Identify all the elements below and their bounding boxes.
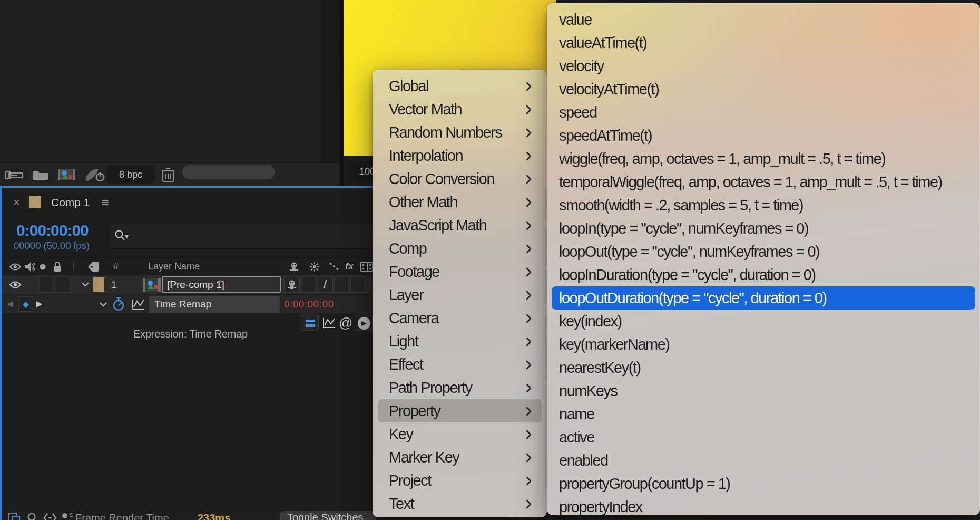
menu-item[interactable]: Marker Key (378, 446, 542, 469)
menu-item[interactable]: Color Conversion (378, 167, 542, 190)
expression-label[interactable]: Expression: Time Remap (133, 328, 248, 340)
menu-item[interactable]: Random Numbers (378, 121, 542, 144)
label-tag-icon[interactable] (87, 261, 101, 273)
interpret-footage-icon[interactable] (5, 167, 23, 182)
layer-shy-cell[interactable] (284, 277, 300, 293)
keyframe-diamond-cell[interactable]: ◆ (18, 296, 33, 312)
layer-collapse-cell[interactable] (301, 277, 316, 293)
next-keyframe-icon[interactable]: ▶ (36, 295, 43, 313)
collapse-sun-icon[interactable] (309, 262, 320, 272)
shy-icon[interactable] (288, 262, 300, 272)
submenu-item[interactable]: value (552, 8, 975, 31)
audio-cell[interactable] (38, 277, 54, 292)
menu-item[interactable]: Layer (378, 283, 542, 306)
submenu-item[interactable]: velocity (552, 54, 975, 78)
motion-blur-icon[interactable] (58, 512, 73, 520)
audio-speaker-icon[interactable] (24, 262, 35, 272)
panel-divider[interactable] (340, 0, 344, 186)
frame-blend-icon[interactable] (360, 262, 373, 272)
column-index-header[interactable]: # (113, 258, 119, 275)
submenu-item[interactable]: propertyGroup(countUp = 1) (552, 472, 975, 495)
horizontal-scrollbar[interactable] (182, 165, 275, 179)
submenu-item[interactable]: nearestKey(t) (552, 356, 975, 379)
column-layer-name-header[interactable]: Layer Name (148, 258, 200, 275)
menu-item[interactable]: Property (378, 399, 542, 422)
menu-item[interactable]: Text (378, 492, 542, 515)
submenu-item[interactable]: loopInDuration(type = "cycle", duration … (552, 263, 975, 286)
submenu-item[interactable]: propertyIndex (552, 495, 975, 518)
menu-item[interactable]: Interpolation (378, 144, 542, 167)
submenu-item[interactable]: valueAtTime(t) (552, 31, 975, 54)
menu-item[interactable]: Camera (378, 306, 542, 330)
layer-label-swatch[interactable] (93, 277, 104, 292)
panel-menu-icon[interactable]: ≡ (102, 195, 109, 210)
layer-index: 1 (111, 277, 117, 293)
submenu-item[interactable]: name (552, 402, 975, 426)
toggle-switches-button[interactable]: Toggle Switches (280, 511, 376, 520)
submenu-item[interactable]: active (552, 426, 975, 449)
expression-language-menu-button[interactable]: ▶ (356, 315, 373, 331)
menu-item[interactable]: Other Math (378, 190, 542, 214)
expression-graph-icon[interactable] (322, 316, 337, 329)
footage-item-icon[interactable] (57, 167, 76, 182)
comp-tab-title[interactable]: Comp 1 (51, 195, 90, 210)
layer-fx-cell[interactable] (334, 277, 349, 293)
submenu-item[interactable]: enabled (552, 449, 975, 472)
submenu-item[interactable]: loopOut(type = "cycle", numKeyframes = 0… (552, 240, 975, 263)
frame-blending-icon[interactable] (43, 512, 57, 520)
composition-nesting-icon[interactable] (8, 512, 22, 520)
time-remap-property-row[interactable]: ◀ ◆ ▶ Time Remap 0:00:00:00 (2, 295, 373, 314)
submenu-item[interactable]: temporalWiggle(freq, amp, octaves = 1, a… (552, 170, 975, 194)
layer-name-field[interactable]: [Pre-comp 1] (162, 276, 281, 293)
menu-item[interactable]: Effect (378, 353, 542, 376)
solo-icon[interactable] (40, 264, 46, 270)
property-twirl-chevron-icon[interactable] (99, 301, 108, 307)
menu-item[interactable]: Project (378, 469, 542, 492)
menu-item[interactable]: Global (378, 74, 542, 98)
menu-item[interactable]: Light (378, 330, 542, 353)
submenu-item[interactable]: velocityAtTime(t) (552, 78, 975, 101)
menu-item[interactable]: Comp (378, 237, 542, 260)
expression-enable-button[interactable] (302, 315, 319, 331)
lock-icon[interactable] (52, 261, 63, 273)
quality-icon[interactable] (328, 262, 341, 272)
submenu-item[interactable]: key(index) (552, 310, 975, 333)
menu-item[interactable]: Footage (378, 260, 542, 283)
pick-whip-icon[interactable]: @ (339, 315, 352, 331)
layer-twirl-chevron-icon[interactable] (81, 281, 90, 287)
submenu-item[interactable]: smooth(width = .2, samples = 5, t = time… (552, 194, 975, 217)
trash-icon[interactable] (161, 167, 175, 183)
timeline-tab[interactable]: × Comp 1 ≡ (2, 194, 370, 212)
bit-depth-button[interactable]: 8 bpc (107, 166, 154, 184)
close-icon[interactable]: × (13, 195, 20, 210)
property-value[interactable]: 0:00:00:00 (284, 296, 334, 312)
menu-item[interactable]: Path Property (378, 376, 542, 399)
menu-item[interactable]: Key (378, 422, 542, 446)
submenu-item[interactable]: key(markerName) (552, 333, 975, 356)
submenu-item[interactable]: wiggle(freq, amp, octaves = 1, amp_mult … (552, 147, 975, 170)
menu-item[interactable]: Vector Math (378, 98, 542, 121)
hide-shy-layers-icon[interactable] (26, 512, 38, 520)
video-eye-icon[interactable] (9, 263, 22, 271)
solo-cell[interactable] (55, 277, 70, 292)
layer-frame-blend-cell[interactable] (350, 277, 366, 293)
timeline-search-input[interactable]: ▾ (109, 223, 375, 249)
layer-quality-cell[interactable]: / (317, 277, 333, 293)
current-time-display[interactable]: 0:00:00:00 (16, 222, 89, 239)
proxy-rocket-icon[interactable] (84, 167, 105, 183)
graph-editor-icon[interactable] (131, 298, 146, 311)
menu-item[interactable]: JavaScript Math (378, 214, 542, 237)
layer-row[interactable]: 1 [Pre-comp 1] / (2, 275, 373, 295)
layer-eye-icon[interactable] (9, 281, 22, 289)
new-folder-icon[interactable] (32, 167, 50, 182)
submenu-item-label: propertyIndex (559, 498, 642, 515)
prev-keyframe-icon[interactable]: ◀ (7, 295, 13, 313)
submenu-item[interactable]: speedAtTime(t) (552, 124, 975, 147)
fx-icon[interactable]: fx (345, 258, 354, 275)
submenu-item[interactable]: numKeys (552, 379, 975, 402)
stopwatch-icon[interactable] (111, 296, 126, 312)
submenu-item[interactable]: speed (552, 101, 975, 124)
submenu-item[interactable]: loopOutDuration(type = "cycle", duration… (552, 286, 975, 310)
submenu-item[interactable]: loopIn(type = "cycle", numKeyframes = 0) (552, 217, 975, 240)
property-name[interactable]: Time Remap (149, 296, 280, 313)
